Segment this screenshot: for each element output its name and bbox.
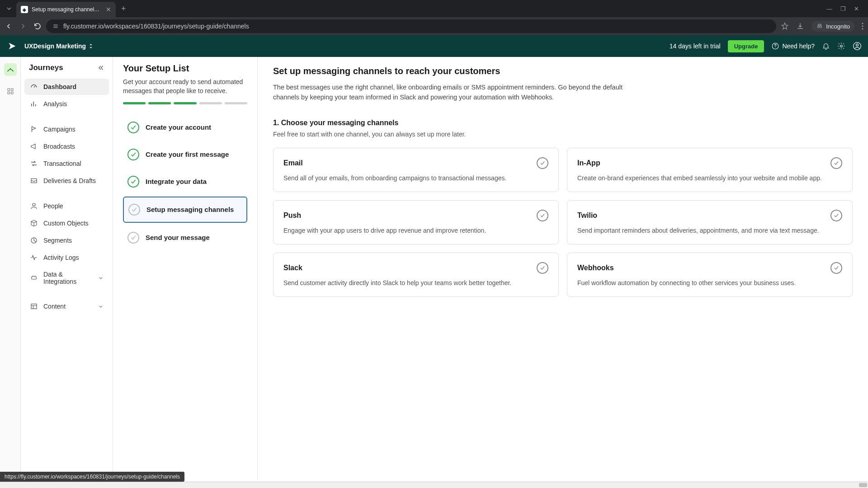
- step-integrate-data[interactable]: Integrate your data: [123, 169, 247, 194]
- check-circle-icon: [830, 157, 842, 169]
- chart-icon: [30, 100, 38, 108]
- grid-icon: [6, 87, 14, 95]
- back-icon[interactable]: [5, 22, 13, 30]
- svg-point-6: [840, 45, 843, 47]
- app-body: Journeys Dashboard Analysis Campaigns Br…: [0, 57, 868, 481]
- need-help-link[interactable]: Need help?: [771, 42, 815, 50]
- browser-chrome: ◆ Setup messaging channels | Set ✕ + ― ❐…: [0, 0, 868, 35]
- close-icon[interactable]: ✕: [106, 6, 111, 13]
- svg-point-14: [33, 203, 35, 206]
- workspace-switcher[interactable]: UXDesign Marketing: [24, 42, 93, 50]
- help-icon: [771, 42, 779, 50]
- incognito-badge[interactable]: Incognito: [811, 21, 854, 32]
- svg-point-8: [856, 44, 859, 46]
- user-icon: [853, 42, 862, 51]
- svg-rect-10: [11, 89, 13, 91]
- url-bar: fly.customer.io/workspaces/160831/journe…: [0, 17, 868, 35]
- plug-icon: [30, 274, 38, 282]
- bookmark-icon[interactable]: [781, 22, 789, 30]
- setup-panel: Your Setup List Get your account ready t…: [113, 57, 258, 481]
- notifications-button[interactable]: [822, 42, 830, 50]
- main-desc: The best messages use the right channel,…: [273, 83, 644, 103]
- layout-icon: [30, 302, 38, 310]
- nav-transactional[interactable]: Transactional: [24, 155, 109, 172]
- nav-rail: [0, 57, 21, 481]
- minimize-icon[interactable]: ―: [826, 5, 832, 12]
- new-tab-button[interactable]: +: [118, 4, 130, 14]
- url-field[interactable]: fly.customer.io/workspaces/160831/journe…: [46, 19, 776, 33]
- rail-journeys[interactable]: [4, 63, 17, 76]
- tab-search-dropdown[interactable]: [4, 3, 14, 14]
- channel-twilio[interactable]: Twilio Send important reminders about de…: [567, 200, 853, 244]
- close-window-icon[interactable]: ✕: [854, 5, 859, 12]
- pie-icon: [30, 236, 38, 244]
- logo-icon: [7, 41, 17, 51]
- chevron-down-icon: [6, 6, 12, 11]
- channel-push[interactable]: Push Engage with your app users to drive…: [273, 200, 559, 244]
- app-header: UXDesign Marketing 14 days left in trial…: [0, 35, 868, 57]
- setup-title: Your Setup List: [123, 63, 247, 74]
- app-logo[interactable]: [6, 40, 18, 52]
- arrows-icon: [30, 160, 38, 168]
- nav-dashboard[interactable]: Dashboard: [24, 79, 109, 95]
- download-icon[interactable]: [796, 22, 804, 30]
- browser-menu-icon[interactable]: [862, 23, 863, 30]
- url-text: fly.customer.io/workspaces/160831/journe…: [63, 23, 249, 30]
- settings-button[interactable]: [837, 42, 845, 50]
- gear-icon: [837, 42, 845, 50]
- check-circle-icon: [127, 232, 139, 244]
- nav-deliveries[interactable]: Deliveries & Drafts: [24, 173, 109, 189]
- trial-text: 14 days left in trial: [670, 42, 721, 50]
- svg-rect-12: [11, 92, 13, 94]
- main-content: Set up messaging channels to reach your …: [258, 57, 868, 481]
- nav-broadcasts[interactable]: Broadcasts: [24, 138, 109, 155]
- step-messaging-channels[interactable]: Setup messaging channels: [123, 197, 247, 223]
- chevron-down-icon: [98, 275, 104, 281]
- rail-secondary[interactable]: [4, 85, 17, 98]
- nav-data-integrations[interactable]: Data & Integrations: [24, 267, 109, 289]
- svg-point-4: [862, 28, 863, 30]
- tab-title: Setup messaging channels | Set: [32, 6, 102, 13]
- collapse-sidebar-button[interactable]: [97, 64, 104, 71]
- channel-slack[interactable]: Slack Send customer activity directly in…: [273, 253, 559, 297]
- main-title: Set up messaging channels to reach your …: [273, 66, 853, 76]
- forward-icon[interactable]: [19, 22, 27, 30]
- favicon-icon: ◆: [21, 6, 28, 13]
- user-icon: [30, 202, 38, 210]
- profile-button[interactable]: [853, 42, 862, 51]
- chevron-down-icon: [98, 304, 104, 309]
- channel-inapp[interactable]: In-App Create on-brand experiences that …: [567, 148, 853, 192]
- upgrade-button[interactable]: Upgrade: [728, 40, 764, 52]
- megaphone-icon: [30, 142, 38, 150]
- nav-custom-objects[interactable]: Custom Objects: [24, 215, 109, 231]
- site-settings-icon[interactable]: [52, 23, 59, 29]
- nav-segments[interactable]: Segments: [24, 232, 109, 249]
- nav-people[interactable]: People: [24, 198, 109, 214]
- nav-content[interactable]: Content: [24, 298, 109, 314]
- nav-analysis[interactable]: Analysis: [24, 96, 109, 112]
- svg-rect-17: [31, 304, 37, 309]
- nav-campaigns[interactable]: Campaigns: [24, 121, 109, 137]
- svg-point-1: [820, 26, 822, 28]
- channel-email[interactable]: Email Send all of your emails, from onbo…: [273, 148, 559, 192]
- svg-rect-16: [32, 277, 37, 279]
- step-create-account[interactable]: Create your account: [123, 115, 247, 140]
- maximize-icon[interactable]: ❐: [840, 5, 846, 12]
- updown-icon: [89, 43, 93, 49]
- inbox-icon: [30, 177, 38, 185]
- svg-point-3: [862, 26, 863, 27]
- check-circle-icon: [127, 149, 139, 160]
- tab-bar: ◆ Setup messaging channels | Set ✕ + ― ❐…: [0, 0, 868, 17]
- check-circle-icon: [537, 262, 548, 274]
- browser-tab[interactable]: ◆ Setup messaging channels | Set ✕: [16, 2, 116, 17]
- section-title: 1. Choose your messaging channels: [273, 119, 853, 127]
- reload-icon[interactable]: [33, 22, 42, 30]
- setup-desc: Get your account ready to send automated…: [123, 77, 247, 96]
- status-bar: https://fly.customer.io/workspaces/16083…: [0, 472, 184, 481]
- chevron-double-left-icon: [97, 64, 104, 71]
- nav-activity-logs[interactable]: Activity Logs: [24, 249, 109, 266]
- channel-webhooks[interactable]: Webhooks Fuel workflow automation by con…: [567, 253, 853, 297]
- step-first-message[interactable]: Create your first message: [123, 142, 247, 167]
- check-circle-icon: [128, 204, 140, 216]
- step-send-message[interactable]: Send your message: [123, 225, 247, 250]
